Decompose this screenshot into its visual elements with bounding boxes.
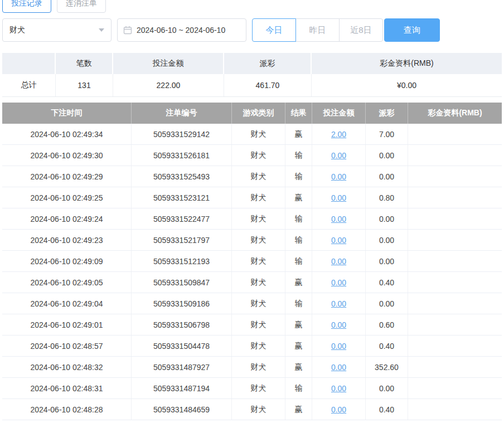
summary-total-row: 总计 131 222.00 461.70 ¥0.00 <box>2 74 502 97</box>
table-row: 2024-06-10 02:49:345059331529142财犬赢2.007… <box>2 124 502 145</box>
tab-bet-records[interactable]: 投注记录 <box>2 0 51 13</box>
bonus-cell <box>408 145 502 166</box>
bet-amount-link[interactable]: 0.00 <box>331 278 346 287</box>
game-select-value: 财犬 <box>9 25 25 35</box>
bet-table-body: 2024-06-10 02:49:345059331529142财犬赢2.007… <box>2 124 502 420</box>
bonus-cell <box>408 314 502 335</box>
bet-amount-link[interactable]: 0.00 <box>331 320 346 329</box>
bet-amount-link[interactable]: 0.00 <box>331 257 346 266</box>
order-id-cell: 5059331526181 <box>132 145 232 166</box>
bonus-cell <box>408 187 502 208</box>
table-row: 2024-06-10 02:49:235059331521797财犬输0.000… <box>2 230 502 251</box>
table-row: 2024-06-10 02:49:305059331526181财犬输0.000… <box>2 145 502 166</box>
result-cell: 赢 <box>285 124 312 144</box>
result-cell: 赢 <box>285 357 312 377</box>
order-id-cell: 5059331487927 <box>132 357 232 377</box>
payout-cell: 0.00 <box>366 166 408 187</box>
bonus-cell <box>408 251 502 271</box>
range-yesterday-button[interactable]: 昨日 <box>295 18 340 42</box>
table-row: 2024-06-10 02:49:295059331525493财犬输0.000… <box>2 166 502 187</box>
bonus-cell <box>408 124 502 144</box>
tab-bar: 投注记录 连消注单 <box>2 0 502 13</box>
result-cell: 输 <box>285 145 312 166</box>
bet-amount-cell: 0.00 <box>312 293 366 314</box>
bet-time-cell: 2024-06-10 02:49:30 <box>2 145 132 166</box>
bet-time-cell: 2024-06-10 02:49:23 <box>2 230 132 250</box>
table-row: 2024-06-10 02:48:315059331487194财犬输0.000… <box>2 378 502 399</box>
table-row: 2024-06-10 02:49:095059331512193财犬输0.000… <box>2 251 502 272</box>
table-row: 2024-06-10 02:49:015059331506798财犬赢0.000… <box>2 314 502 336</box>
game-type-cell: 财犬 <box>232 357 285 377</box>
date-range-value: 2024-06-10 ~ 2024-06-10 <box>137 26 225 35</box>
summary-header-empty <box>2 53 56 74</box>
bet-time-cell: 2024-06-10 02:49:34 <box>2 124 132 144</box>
order-id-cell: 5059331512193 <box>132 251 232 271</box>
payout-cell: 352.60 <box>366 357 408 377</box>
game-type-cell: 财犬 <box>232 230 285 250</box>
order-id-cell: 5059331529142 <box>132 124 232 144</box>
bet-amount-cell: 0.00 <box>312 357 366 377</box>
order-id-cell: 5059331523121 <box>132 187 232 208</box>
bet-amount-link[interactable]: 0.00 <box>331 405 346 414</box>
game-type-cell: 财犬 <box>232 293 285 314</box>
header-game-type: 游戏类别 <box>232 103 285 124</box>
filter-bar: 财犬 2024-06-10 ~ 2024-06-10 今日 昨日 近8日 查询 <box>2 18 502 42</box>
bet-amount-link[interactable]: 0.00 <box>331 299 346 308</box>
result-cell: 输 <box>285 166 312 187</box>
payout-cell: 0.40 <box>366 336 408 356</box>
bet-amount-cell: 0.00 <box>312 166 366 187</box>
game-type-cell: 财犬 <box>232 399 285 420</box>
range-today-button[interactable]: 今日 <box>252 18 296 42</box>
tab-cancelled-orders[interactable]: 连消注单 <box>57 0 106 13</box>
payout-cell: 0.00 <box>366 251 408 271</box>
result-cell: 输 <box>285 251 312 271</box>
order-id-cell: 5059331509186 <box>132 293 232 314</box>
bet-time-cell: 2024-06-10 02:49:29 <box>2 166 132 187</box>
bet-amount-link[interactable]: 0.00 <box>331 342 346 351</box>
bet-amount-link[interactable]: 0.00 <box>331 172 346 181</box>
bet-amount-link[interactable]: 0.00 <box>331 384 346 393</box>
bet-amount-link[interactable]: 2.00 <box>331 130 346 139</box>
bet-time-cell: 2024-06-10 02:49:24 <box>2 208 132 229</box>
search-button[interactable]: 查询 <box>384 18 440 42</box>
payout-cell: 0.00 <box>366 378 408 398</box>
bonus-cell <box>408 378 502 398</box>
game-select[interactable]: 财犬 <box>2 18 112 42</box>
bet-amount-cell: 2.00 <box>312 124 366 144</box>
bonus-cell <box>408 336 502 356</box>
summary-total-bet-amount: 222.00 <box>113 74 224 96</box>
bet-time-cell: 2024-06-10 02:48:31 <box>2 378 132 398</box>
game-type-cell: 财犬 <box>232 272 285 293</box>
bet-records-page: 投注记录 连消注单 财犬 2024-06-10 ~ 2024-06-10 今日 … <box>0 0 504 420</box>
table-row: 2024-06-10 02:48:285059331484659财犬赢0.000… <box>2 399 502 420</box>
bet-amount-cell: 0.00 <box>312 314 366 335</box>
bet-time-cell: 2024-06-10 02:48:32 <box>2 357 132 377</box>
bonus-cell <box>408 166 502 187</box>
bet-amount-cell: 0.00 <box>312 187 366 208</box>
bet-amount-link[interactable]: 0.00 <box>331 151 346 160</box>
bet-amount-link[interactable]: 0.00 <box>331 236 346 245</box>
date-range-input[interactable]: 2024-06-10 ~ 2024-06-10 <box>117 18 246 42</box>
bet-time-cell: 2024-06-10 02:49:05 <box>2 272 132 293</box>
table-header-row: 下注时间 注单编号 游戏类别 结果 投注金额 派彩 彩金资料(RMB) <box>2 103 502 124</box>
bet-amount-cell: 0.00 <box>312 145 366 166</box>
game-type-cell: 财犬 <box>232 187 285 208</box>
summary-total-count: 131 <box>56 74 113 96</box>
order-id-cell: 5059331484659 <box>132 399 232 420</box>
summary-total-payout: 461.70 <box>224 74 312 96</box>
game-type-cell: 财犬 <box>232 314 285 335</box>
payout-cell: 0.00 <box>366 293 408 314</box>
summary-total-label: 总计 <box>2 74 56 96</box>
bet-amount-link[interactable]: 0.00 <box>331 363 346 372</box>
header-bet-amount: 投注金额 <box>312 103 366 124</box>
bet-time-cell: 2024-06-10 02:49:09 <box>2 251 132 271</box>
bonus-cell <box>408 230 502 250</box>
header-payout: 派彩 <box>366 103 408 124</box>
order-id-cell: 5059331525493 <box>132 166 232 187</box>
bet-amount-link[interactable]: 0.00 <box>331 193 346 202</box>
summary-header-payout: 派彩 <box>224 53 312 74</box>
order-id-cell: 5059331506798 <box>132 314 232 335</box>
order-id-cell: 5059331522477 <box>132 208 232 229</box>
range-last8days-button[interactable]: 近8日 <box>339 18 383 42</box>
bet-amount-link[interactable]: 0.00 <box>331 215 346 223</box>
